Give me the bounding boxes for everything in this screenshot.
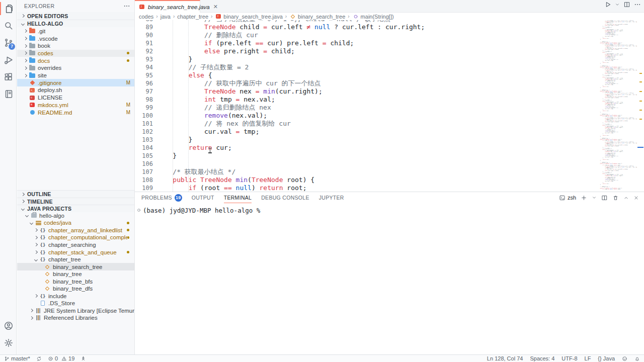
tree-item-binary-search-tree[interactable]: binary_search_tree [17,263,135,270]
close-panel-icon[interactable] [633,195,639,201]
tree-item-referenced-libraries[interactable]: Referenced Libraries [17,314,135,322]
status-encoding[interactable]: UTF-8 [561,355,577,361]
tree-item-mkdocs-yml[interactable]: Mmkdocs.ymlM [17,102,135,109]
settings-button[interactable] [0,334,17,351]
outline-header[interactable]: OUTLINE [17,190,134,198]
split-editor-icon[interactable] [623,1,630,8]
tree-item-git[interactable]: .git [17,28,135,35]
code-line[interactable]: 98 int tmp = nex.val; [135,96,644,104]
tree-item-binary-tree-dfs[interactable]: binary_tree_dfs [17,285,135,293]
status-bell[interactable] [634,356,640,361]
code-line[interactable]: 94 // 子结点数量 = 2 [135,63,644,71]
code-line[interactable]: 101 // 将 nex 的值复制给 cur [135,120,644,128]
tree-item-binary-tree-bfs[interactable]: binary_tree_bfs [17,278,135,285]
run-dropdown-icon[interactable] [615,2,620,7]
code-line[interactable]: 104 return cur; [135,144,644,152]
code-line[interactable]: 105 } [135,152,644,160]
tree-item-readme-md[interactable]: README.mdM [17,109,135,116]
code-line[interactable]: 95 else { [135,71,644,79]
code-line[interactable]: 96 // 获取中序遍历中 cur 的下一个结点 [135,79,644,87]
status-problems[interactable]: 019 [48,355,74,361]
breadcrumb-item-binary-search-tree-java[interactable]: Jbinary_search_tree.java [215,14,282,20]
tree-item-site[interactable]: site [17,72,135,79]
breadcrumb-item-binary-search-tree[interactable]: binary_search_tree [289,14,345,20]
status-smiley[interactable] [622,356,627,361]
breadcrumb-item-main-string[interactable]: main(String[]) [352,14,394,20]
tree-item-license[interactable]: ©LICENSE [17,94,135,102]
panel-tab-terminal[interactable]: TERMINAL [224,192,252,203]
breadcrumb-item-java[interactable]: java [160,14,171,20]
tree-item-chapter-stack-and-queue[interactable]: {}chapter_stack_and_queue [17,248,135,256]
code-line[interactable]: 109 if (root == null) return root; [135,184,644,192]
panel-tab-output[interactable]: OUTPUT [192,192,214,203]
code-line[interactable]: 91 if (pre.left == cur) pre.left = child… [135,39,644,47]
breadcrumb-item-chapter-tree[interactable]: chapter_tree [177,14,208,20]
code-line[interactable]: 107 /* 获取最小结点 */ [135,168,644,176]
code-line[interactable]: 90 // 删除结点 cur [135,31,644,39]
activity-extensions[interactable] [0,68,17,85]
tree-item-chapter-tree[interactable]: {}chapter_tree [17,256,135,263]
code-line[interactable]: 102 cur.val = tmp; [135,128,644,136]
panel-tab-problems[interactable]: PROBLEMS19 [141,192,182,203]
workspace-root-header[interactable]: HELLO-ALGO [17,20,134,27]
terminal-dropdown-icon[interactable] [592,195,597,200]
code-line[interactable]: 92 else pre.right = child; [135,47,644,55]
code-editor[interactable]: 88 // 当子结点数量 = 0 / 1 时, child = null / 该… [135,20,644,192]
open-editors-header[interactable]: OPEN EDITORS [17,12,134,20]
terminal[interactable]: (base) jyd@JYD-MBP hello-algo % [135,205,644,354]
tree-item-overrides[interactable]: overrides [17,64,135,72]
tree-item-book[interactable]: book [17,42,135,50]
activity-notebook[interactable] [0,85,17,103]
terminal-shell-picker[interactable]: zsh [559,195,576,201]
account-button[interactable] [0,317,17,334]
kill-terminal-icon[interactable] [612,195,619,201]
code-line[interactable]: 93 } [135,55,644,63]
code-line[interactable]: 97 TreeNode nex = min(cur.right); [135,87,644,96]
tree-item-chapter-computational-complexity[interactable]: {}chapter_computational_complexity [17,234,135,241]
status-sync[interactable] [36,356,42,361]
tab-close-icon[interactable]: ✕ [213,4,218,10]
explorer-more-actions-icon[interactable] [123,3,130,10]
status-branch[interactable]: master* [4,355,30,361]
tree-item-codes[interactable]: codes [17,50,135,57]
status-rocket[interactable] [80,356,86,361]
code-line[interactable]: 103 } [135,136,644,144]
tree-item-hello-algo[interactable]: hello-algo [17,212,135,220]
tree-item-vscode[interactable]: .vscode [17,35,135,42]
run-button[interactable] [604,1,611,8]
timeline-header[interactable]: TIMELINE [17,198,134,205]
status-cursor-position[interactable]: Ln 128, Col 74 [487,355,523,361]
activity-explorer[interactable] [0,0,17,17]
tree-item-docs[interactable]: docs [17,57,135,64]
tree-item-chapter-searching[interactable]: {}chapter_searching [17,241,135,249]
tree-item-include[interactable]: {}include [17,293,135,300]
java-projects-header[interactable]: JAVA PROJECTS [17,205,134,212]
code-line[interactable]: 100 remove(nex.val); [135,112,644,120]
tree-item-gitignore[interactable]: .gitignoreM [17,79,135,86]
minimap[interactable]: // 当子结点数量 = 0 / 1 时, child = null / 该子结点… [598,20,637,192]
activity-run-debug[interactable] [0,51,17,68]
code-line[interactable]: 108 public TreeNode min(TreeNode root) { [135,176,644,184]
activity-search[interactable] [0,17,17,34]
status-eol[interactable]: LF [585,355,591,361]
status-language-mode[interactable]: {} Java [598,355,615,361]
maximize-panel-icon[interactable] [623,195,629,201]
tree-item-deploy-sh[interactable]: >_deploy.sh [17,86,135,94]
status-indentation[interactable]: Spaces: 4 [530,355,554,361]
more-actions-icon[interactable] [634,1,641,8]
panel-tab-jupyter[interactable]: JUPYTER [319,192,344,203]
code-line[interactable]: 89 TreeNode child = cur.left ≠ null ? cu… [135,23,644,31]
code-line[interactable]: 106 [135,160,644,168]
tree-item-codes-java[interactable]: codes/java [17,219,135,227]
tree-item-jre-system-library-eclipse-temurin-17-17[interactable]: JRE System Library [Eclipse Temurin 17 [… [17,307,135,315]
tree-item-chapter-array-and-linkedlist[interactable]: {}chapter_array_and_linkedlist [17,227,135,234]
panel-tab-debug-console[interactable]: DEBUG CONSOLE [261,192,309,203]
split-terminal-icon[interactable] [601,195,608,201]
tree-item-ds-store[interactable]: .DS_Store [17,300,135,307]
new-terminal-icon[interactable] [581,195,587,201]
breadcrumb-item-codes[interactable]: codes [139,14,153,20]
tab-binary-search-tree[interactable]: J binary_search_tree.java ✕ [135,0,200,13]
code-line[interactable]: 99 // 递归删除结点 nex [135,104,644,112]
activity-source-control[interactable]: 7 [0,34,17,51]
tree-item-binary-tree[interactable]: binary_tree [17,270,135,278]
